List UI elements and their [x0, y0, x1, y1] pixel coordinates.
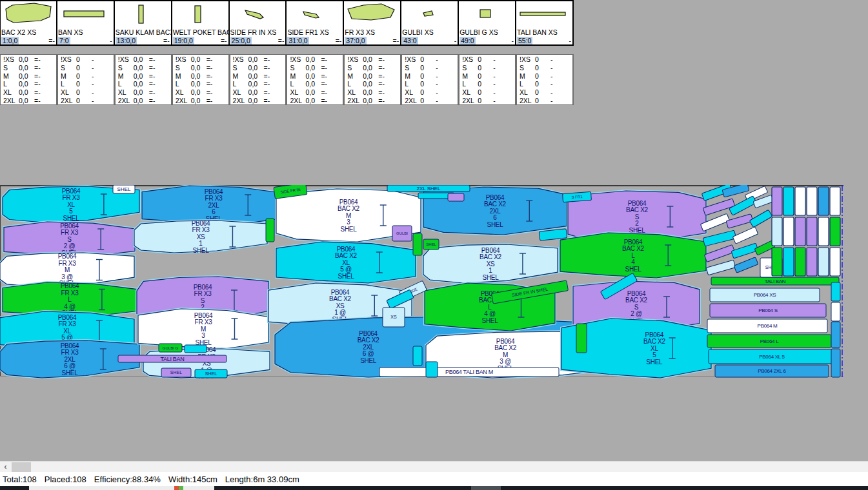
- size-row: M0-: [405, 72, 458, 81]
- horizontal-scrollbar[interactable]: ‹: [0, 461, 868, 473]
- pattern-small-piece[interactable]: [266, 219, 274, 242]
- pocket-piece[interactable]: [795, 248, 805, 276]
- pocket-piece[interactable]: [830, 217, 840, 246]
- size-row: !XS0-: [61, 55, 114, 64]
- pattern-thumbnail[interactable]: BAC X2 XS1:0,0=-: [0, 0, 57, 46]
- pocket-piece[interactable]: [772, 217, 782, 246]
- pattern-small-piece[interactable]: [448, 193, 464, 201]
- piece-label: PB064 S: [758, 308, 777, 313]
- size-quantity-cell[interactable]: !XS0,0=-S0,0=-M0,0=-L0,0=-XL0,0=-2XL0,0=…: [230, 54, 287, 105]
- wedge2-icon: [287, 1, 343, 28]
- pattern-small-piece[interactable]: [831, 302, 840, 321]
- size-quantity-cell[interactable]: !XS0-S0-M0-L0-XL0-2XL0-: [459, 54, 516, 105]
- size-quantity-cell[interactable]: !XS0,0=-S0,0=-M0,0=-L0,0=-XL0,0=-2XL0,0=…: [287, 54, 344, 105]
- pocket-piece[interactable]: [830, 248, 840, 276]
- pocket-piece[interactable]: [818, 187, 829, 215]
- piece-label: SHEL: [426, 242, 436, 246]
- size-row: XL0-: [61, 88, 114, 97]
- size-row: S0-: [61, 64, 114, 72]
- pattern-small-piece[interactable]: [413, 346, 422, 366]
- band-bar-icon: [57, 1, 114, 28]
- taskbar-app-icon[interactable]: [174, 486, 183, 490]
- pocket-piece[interactable]: [783, 217, 794, 246]
- size-row: S0,0=-: [347, 64, 400, 72]
- piece-label: SHEL: [117, 186, 131, 192]
- size-row: S0-: [462, 64, 515, 72]
- thin-bar-icon: [516, 1, 572, 28]
- piece-number-suffix: =-: [278, 37, 285, 44]
- pattern-small-piece[interactable]: [732, 227, 758, 244]
- piece-name-label: BAC X2 XS: [1, 28, 36, 36]
- pattern-thumbnail-strip: BAC X2 XS1:0,0=-BAN XS7:0-SAKU KLAM BACX…: [0, 0, 574, 46]
- piece-name-label: BAN XS: [58, 28, 83, 36]
- size-quantity-cell[interactable]: !XS0-S0-M0-L0-XL0-2XL0-: [57, 54, 115, 105]
- size-row: L0,0=-: [347, 80, 400, 88]
- pattern-thumbnail[interactable]: SIDE FR1 XS31:0,0=-: [287, 0, 344, 46]
- size-row: !XS0-: [520, 55, 572, 64]
- piece-number: 13:0,0: [116, 37, 137, 44]
- pocket-piece[interactable]: [795, 187, 805, 215]
- size-row: L0,0=-: [233, 80, 286, 88]
- piece-name-label: GULBI XS: [402, 28, 433, 36]
- pattern-small-piece[interactable]: [704, 244, 734, 262]
- front-panel-icon: [344, 1, 400, 28]
- size-quantity-cell[interactable]: !XS0-S0-M0-L0-XL0-2XL0-: [401, 54, 459, 105]
- pattern-small-piece[interactable]: [185, 345, 207, 353]
- size-row: 2XL0-: [61, 97, 114, 105]
- piece-label: PB064 TALI BAN M: [445, 369, 493, 375]
- scroll-left-arrow-icon[interactable]: ‹: [0, 462, 11, 473]
- pattern-thumbnail[interactable]: GULBI XS43:0-: [401, 0, 459, 46]
- piece-label: S FR1: [571, 195, 583, 199]
- piece-number-suffix: -: [569, 37, 571, 44]
- piece-name-label: SIDE FR1 XS: [287, 28, 328, 36]
- pocket-piece[interactable]: [772, 187, 782, 215]
- pattern-small-piece[interactable]: [749, 210, 772, 227]
- pattern-thumbnail[interactable]: TALI BAN XS55:0-: [516, 0, 574, 46]
- pattern-small-piece[interactable]: [726, 214, 753, 229]
- pocket-piece[interactable]: [830, 187, 840, 215]
- piece-number: 7:0: [58, 37, 70, 44]
- pattern-thumbnail[interactable]: FR X3 XS37:0,0=-: [344, 0, 401, 46]
- pattern-small-piece[interactable]: [734, 257, 758, 273]
- scrollbar-thumb[interactable]: [12, 462, 31, 472]
- pocket-piece[interactable]: [818, 217, 829, 246]
- pocket-piece[interactable]: [772, 248, 782, 276]
- pattern-small-piece[interactable]: [576, 324, 587, 353]
- pocket-piece[interactable]: [818, 248, 829, 276]
- pattern-small-piece[interactable]: [706, 260, 736, 275]
- pocket-piece[interactable]: [783, 248, 794, 276]
- size-quantity-cell[interactable]: !XS0,0=-S0,0=-M0,0=-L0,0=-XL0,0=-2XL0,0=…: [172, 54, 230, 105]
- size-quantity-cell[interactable]: !XS0,0=-S0,0=-M0,0=-L0,0=-XL0,0=-2XL0,0=…: [115, 54, 172, 105]
- pattern-small-piece[interactable]: [731, 243, 758, 259]
- pocket-piece[interactable]: [807, 248, 817, 276]
- pattern-small-piece[interactable]: [703, 199, 734, 215]
- pocket-piece[interactable]: [795, 217, 805, 246]
- os-taskbar[interactable]: [0, 486, 868, 490]
- piece-number-suffix: =-: [163, 37, 170, 44]
- pattern-small-piece[interactable]: [831, 282, 840, 301]
- pocket-piece[interactable]: [783, 187, 794, 215]
- size-row: L0-: [520, 80, 572, 88]
- pattern-small-piece[interactable]: [831, 349, 840, 377]
- pattern-thumbnail[interactable]: SAKU KLAM BACX413:0,0=-: [115, 0, 172, 46]
- size-row: L0,0=-: [118, 80, 171, 88]
- size-quantity-cell[interactable]: !XS0,0=-S0,0=-M0,0=-L0,0=-XL0,0=-2XL0,0=…: [0, 54, 57, 105]
- size-row: M0,0=-: [290, 72, 343, 81]
- pattern-small-piece[interactable]: [426, 362, 438, 377]
- marker-canvas[interactable]: PB064FR X3XL5SHELPB064FR X32XL6SHELPB064…: [0, 185, 868, 378]
- pocket-piece[interactable]: [807, 187, 817, 215]
- pattern-thumbnail[interactable]: WELT POKET BAC X19:0,0=-: [172, 0, 230, 46]
- size-row: S0-: [520, 64, 572, 72]
- pattern-thumbnail[interactable]: BAN XS7:0-: [57, 0, 115, 46]
- pattern-thumbnail[interactable]: GULBI G XS49:0-: [459, 0, 516, 46]
- size-row: L0-: [462, 80, 515, 88]
- pocket-piece[interactable]: [807, 217, 817, 246]
- pattern-thumbnail[interactable]: SIDE FR IN XS25:0,0=-: [230, 0, 287, 46]
- pattern-small-piece[interactable]: [831, 322, 840, 348]
- pattern-small-piece[interactable]: [413, 233, 422, 255]
- size-quantity-cell[interactable]: !XS0-S0-M0-L0-XL0-2XL0-: [516, 54, 574, 105]
- piece-number: 19:0,0: [173, 37, 194, 44]
- size-quantity-cell[interactable]: !XS0,0=-S0,0=-M0,0=-L0,0=-XL0,0=-2XL0,0=…: [344, 54, 401, 105]
- size-row: 2XL0,0=-: [233, 97, 286, 105]
- pattern-small-piece[interactable]: [703, 230, 736, 246]
